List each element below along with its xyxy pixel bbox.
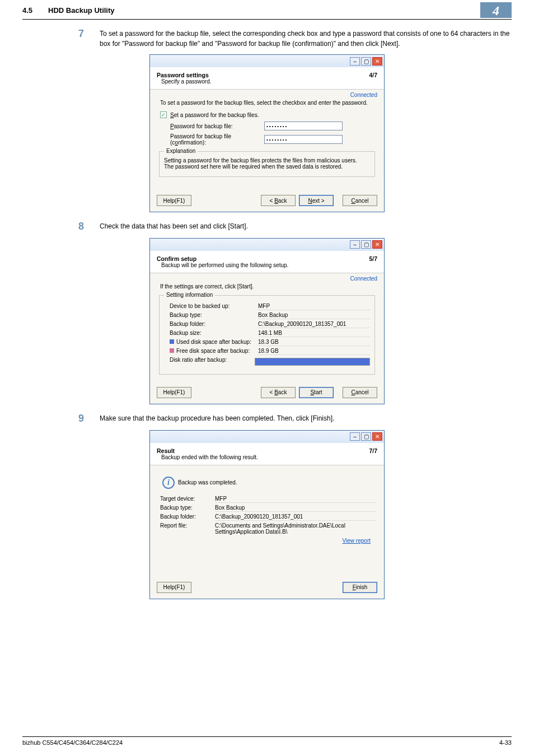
checkbox-label: Set a password for the backup files. (170, 112, 259, 118)
dialog-confirm-setup: – ▢ ✕ Confirm setup Backup will be perfo… (0, 238, 534, 404)
step-7: 7 To set a password for the backup file,… (78, 29, 512, 49)
password-input[interactable]: •••••••• (264, 122, 343, 130)
view-report-link[interactable]: View report (343, 538, 371, 544)
ratio-bar (255, 358, 370, 366)
minimize-icon[interactable]: – (350, 432, 360, 441)
instruction-text: To set a password for the backup files, … (160, 100, 374, 106)
row-ratio: Disk ratio after backup: (170, 357, 370, 366)
connection-status: Connected (350, 276, 377, 282)
maximize-icon[interactable]: ▢ (361, 432, 371, 441)
dialog-header: Confirm setup Backup will be performed u… (150, 251, 384, 273)
instruction-text: If the settings are correct, click [Star… (160, 283, 374, 290)
header-subtitle: Specify a password. (161, 78, 212, 85)
row-folder: Backup folder:C:\Backup_20090120_181357_… (170, 321, 370, 328)
section-title: HDD Backup Utility (48, 6, 480, 15)
minimize-icon[interactable]: – (350, 240, 360, 249)
finish-button[interactable]: Finish (343, 582, 377, 593)
row-device: Device to be backed up:MFP (170, 303, 370, 310)
page-footer: bizhub C554/C454/C364/C284/C224 4-33 (22, 736, 512, 746)
header-subtitle: Backup will be performed using the follo… (161, 262, 288, 268)
row-target: Target device:MFP (160, 496, 376, 503)
set-password-checkbox-row[interactable]: ✓ Set a password for the backup files. (160, 111, 374, 118)
help-button[interactable]: Help(F1) (157, 195, 191, 206)
explanation-text: Setting a password for the backup files … (164, 157, 370, 170)
dialog-header: Password settings Specify a password. 4/… (150, 67, 384, 90)
step-indicator: 7/7 (369, 447, 377, 454)
row-type: Backup type:Box Backup (170, 312, 370, 319)
close-icon[interactable]: ✕ (372, 240, 382, 249)
dialog-result: – ▢ ✕ Result Backup ended with the follo… (0, 430, 534, 599)
result-status: i Backup was completed. (162, 477, 372, 489)
password-confirm-label: Password for backup file (confirmation): (170, 133, 260, 146)
back-button[interactable]: < Back (261, 195, 296, 206)
footer-left: bizhub C554/C454/C364/C284/C224 (22, 739, 123, 746)
dialog-buttons: Help(F1) < Back Next > Cancel (150, 190, 384, 212)
square-icon (170, 339, 174, 344)
close-icon[interactable]: ✕ (372, 432, 382, 441)
section-number: 4.5 (22, 6, 32, 15)
close-icon[interactable]: ✕ (372, 57, 382, 66)
window-titlebar: – ▢ ✕ (150, 431, 384, 443)
step-indicator: 5/7 (369, 255, 377, 262)
next-button[interactable]: Next > (299, 195, 334, 206)
password-label: Password for backup file: (170, 123, 260, 129)
setting-info-group: Setting information Device to be backed … (159, 295, 375, 375)
page-header: 4.5 HDD Backup Utility 4 (22, 0, 512, 20)
group-title: Setting information (164, 292, 215, 298)
square-icon (170, 348, 174, 353)
step-9: 9 Make sure that the backup procedure ha… (78, 413, 512, 424)
window-titlebar: – ▢ ✕ (150, 239, 384, 251)
dialog-buttons: Help(F1) Finish (150, 577, 384, 599)
window-titlebar: – ▢ ✕ (150, 55, 384, 67)
step-number: 9 (78, 413, 88, 424)
password-field-row: Password for backup file: •••••••• (170, 122, 374, 130)
step-text: Make sure that the backup procedure has … (100, 413, 512, 424)
step-number: 7 (78, 29, 88, 49)
row-size: Backup size:148.1 MB (170, 330, 370, 337)
dialog-buttons: Help(F1) < Back Start Cancel (150, 382, 384, 404)
maximize-icon[interactable]: ▢ (361, 57, 371, 66)
header-subtitle: Backup ended with the following result. (161, 454, 258, 460)
step-8: 8 Check the data that has been set and c… (78, 221, 512, 232)
row-free: Free disk space after backup:18.9 GB (170, 348, 370, 355)
cancel-button[interactable]: Cancel (343, 387, 377, 398)
step-number: 8 (78, 221, 88, 232)
password-confirm-input[interactable]: •••••••• (264, 135, 343, 144)
maximize-icon[interactable]: ▢ (361, 240, 371, 249)
step-text: Check the data that has been set and cli… (100, 221, 512, 232)
cancel-button[interactable]: Cancel (343, 195, 377, 206)
result-text: Backup was completed. (178, 479, 237, 486)
chapter-badge: 4 (480, 2, 512, 18)
footer-right: 4-33 (499, 739, 512, 746)
password-confirm-field-row: Password for backup file (confirmation):… (170, 133, 374, 146)
header-title: Result (157, 447, 258, 454)
help-button[interactable]: Help(F1) (157, 387, 191, 398)
dialog-password-settings: – ▢ ✕ Password settings Specify a passwo… (0, 54, 534, 212)
header-title: Confirm setup (157, 255, 288, 262)
step-indicator: 4/7 (369, 72, 377, 78)
header-title: Password settings (157, 72, 212, 78)
row-folder: Backup folder:C:\Backup_20090120_181357_… (160, 514, 376, 521)
connection-status: Connected (350, 92, 377, 98)
minimize-icon[interactable]: – (350, 57, 360, 66)
group-title: Explanation (164, 148, 198, 154)
checkbox-icon[interactable]: ✓ (160, 111, 167, 118)
dialog-header: Result Backup ended with the following r… (150, 443, 384, 465)
info-icon: i (162, 477, 175, 489)
back-button[interactable]: < Back (261, 387, 296, 398)
explanation-group: Explanation Setting a password for the b… (159, 151, 375, 177)
start-button[interactable]: Start (299, 387, 334, 398)
row-type: Backup type:Box Backup (160, 505, 376, 512)
row-used: Used disk space after backup:18.3 GB (170, 339, 370, 346)
help-button[interactable]: Help(F1) (157, 582, 191, 593)
step-text: To set a password for the backup file, s… (100, 29, 512, 49)
row-report: Report file:C:\Documents and Settings\Ad… (160, 522, 376, 535)
